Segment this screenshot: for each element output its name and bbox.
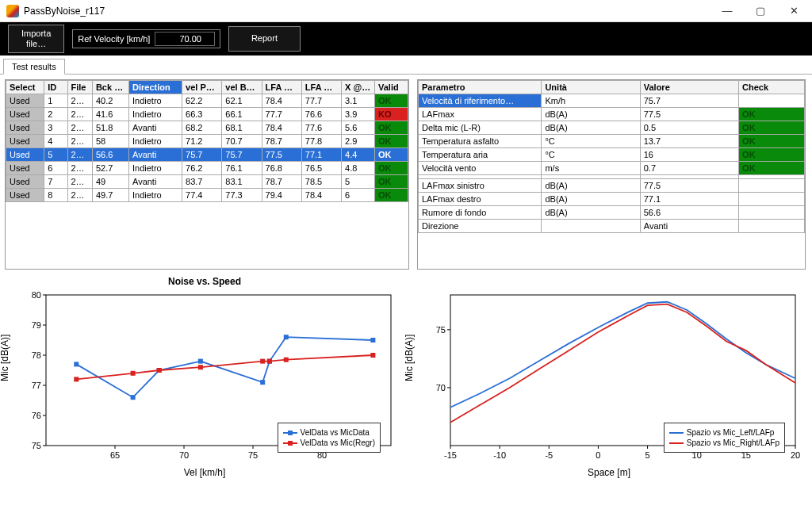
ref-velocity-label: Ref Velocity [km/h] — [78, 34, 150, 44]
tab-test-results[interactable]: Test results — [3, 59, 65, 75]
table-row[interactable]: Used52…56.6Avanti75.775.777.577.14.4OK — [6, 148, 408, 162]
svg-text:5: 5 — [645, 450, 650, 460]
svg-rect-22 — [131, 395, 136, 400]
ref-velocity-group: Ref Velocity [km/h] 70.00 — [72, 29, 220, 48]
table-row[interactable]: Velocità di riferimento…Km/h75.7 — [419, 94, 805, 108]
table-row[interactable]: LAFmax sinistrodB(A)77.5 — [419, 179, 805, 193]
svg-rect-28 — [370, 338, 375, 343]
mic-vs-space-chart: Mic [dB(A)] -15-10-5051015207075 Space [… — [411, 276, 807, 486]
column-header[interactable]: Direction — [129, 81, 182, 94]
y-axis-label: Mic [dB(A)] — [404, 334, 415, 381]
svg-rect-32 — [198, 365, 203, 369]
svg-text:80: 80 — [32, 290, 41, 300]
column-header[interactable]: LFA max R — [262, 81, 301, 94]
svg-rect-33 — [260, 359, 265, 364]
noise-vs-speed-chart: Noise vs. Speed Mic [dB(A)] 657075807576… — [6, 276, 403, 486]
svg-text:75: 75 — [248, 450, 258, 460]
svg-rect-36 — [370, 353, 375, 358]
svg-rect-31 — [157, 368, 162, 373]
report-button[interactable]: Report — [228, 26, 301, 51]
chart-legend: Spazio vs Mic_Left/LAFpSpazio vs Mic_Rig… — [664, 423, 785, 453]
svg-text:20: 20 — [791, 450, 800, 460]
table-row[interactable]: Used62…52.7Indietro76.276.176.876.54.8OK — [6, 162, 408, 175]
table-row[interactable]: Temperatura aria°C16OK — [419, 148, 805, 162]
svg-rect-21 — [74, 362, 79, 366]
column-header[interactable]: vel PP [km/h] — [182, 81, 222, 94]
window-title: PassByNoise_r117 — [24, 6, 105, 17]
import-file-button[interactable]: Importa file… — [8, 25, 64, 53]
table-row[interactable]: Delta mic (L-R)dB(A)0.5OK — [419, 121, 805, 135]
table-row[interactable]: Used42…58Indietro71.270.778.777.82.9OK — [6, 135, 408, 148]
svg-rect-30 — [131, 371, 136, 376]
table-row[interactable]: Used22…41.6Indietro66.366.177.776.63.9KO — [6, 108, 408, 121]
table-row[interactable]: Velocità ventom/s0.7OK — [419, 162, 805, 175]
svg-text:-5: -5 — [545, 450, 553, 460]
table-row[interactable]: Rumore di fondodB(A)56.6 — [419, 206, 805, 220]
column-header[interactable]: ID — [44, 81, 67, 94]
title-bar: PassByNoise_r117 — ▢ ✕ — [0, 0, 812, 22]
column-header[interactable]: X @ max — [342, 81, 375, 94]
svg-rect-24 — [198, 359, 203, 364]
ref-velocity-value[interactable]: 70.00 — [155, 32, 215, 46]
svg-text:70: 70 — [179, 450, 189, 460]
chart-title: Noise vs. Speed — [6, 276, 403, 287]
svg-rect-27 — [284, 335, 289, 339]
chart-legend: VelData vs MicDataVelData vs Mic(Regr) — [278, 423, 381, 453]
column-header[interactable]: File — [67, 81, 92, 94]
minimize-button[interactable]: — — [710, 1, 744, 21]
svg-rect-29 — [74, 377, 79, 381]
table-row[interactable]: LAFmax destrodB(A)77.1 — [419, 193, 805, 206]
svg-rect-34 — [267, 359, 272, 364]
toolbar: Importa file… Ref Velocity [km/h] 70.00 … — [0, 22, 812, 55]
table-row[interactable]: Used72…49Avanti83.783.178.778.55OK — [6, 175, 408, 189]
table-row[interactable]: Used12…40.2Indietro62.262.178.477.73.1OK — [6, 94, 408, 108]
column-header[interactable]: Unità — [542, 81, 640, 94]
column-header[interactable]: Select — [6, 81, 44, 94]
svg-text:75: 75 — [436, 325, 446, 335]
svg-text:79: 79 — [32, 320, 41, 330]
svg-text:-10: -10 — [493, 450, 506, 460]
svg-text:77: 77 — [32, 381, 41, 390]
tab-bar: Test results — [0, 55, 812, 75]
x-axis-label: Vel [km/h] — [6, 467, 403, 478]
parameters-table[interactable]: ParametroUnitàValoreCheckVelocità di rif… — [417, 79, 806, 270]
column-header[interactable]: Valid — [374, 81, 408, 94]
column-header[interactable]: Bck noise — [92, 81, 128, 94]
table-row[interactable]: LAFmaxdB(A)77.5OK — [419, 108, 805, 121]
app-icon — [6, 5, 19, 17]
table-row[interactable]: Used82…49.7Indietro77.477.379.478.46OK — [6, 189, 408, 202]
column-header[interactable]: Check — [739, 81, 805, 94]
measurements-table[interactable]: SelectIDFileBck noiseDirectionvel PP [km… — [5, 79, 409, 270]
svg-rect-25 — [260, 380, 265, 385]
y-axis-label: Mic [dB(A)] — [0, 334, 10, 381]
column-header[interactable]: LFA max L — [301, 81, 341, 94]
column-header[interactable]: Parametro — [419, 81, 542, 94]
svg-text:65: 65 — [110, 450, 120, 460]
column-header[interactable]: Valore — [640, 81, 738, 94]
svg-text:75: 75 — [32, 441, 41, 450]
table-row[interactable]: DirezioneAvanti — [419, 220, 805, 233]
svg-text:76: 76 — [32, 411, 41, 420]
x-axis-label: Space [m] — [411, 467, 807, 478]
svg-text:-15: -15 — [444, 450, 457, 460]
svg-text:0: 0 — [596, 450, 600, 460]
svg-rect-35 — [284, 358, 289, 362]
svg-text:78: 78 — [32, 350, 41, 360]
svg-text:70: 70 — [436, 383, 446, 392]
column-header[interactable]: vel BB [km/h] — [222, 81, 262, 94]
close-button[interactable]: ✕ — [777, 1, 810, 21]
maximize-button[interactable]: ▢ — [744, 1, 777, 21]
table-row[interactable]: Used32…51.8Avanti68.268.178.477.65.6OK — [6, 121, 408, 135]
table-row[interactable]: Temperatura asfalto°C13.7OK — [419, 135, 805, 148]
